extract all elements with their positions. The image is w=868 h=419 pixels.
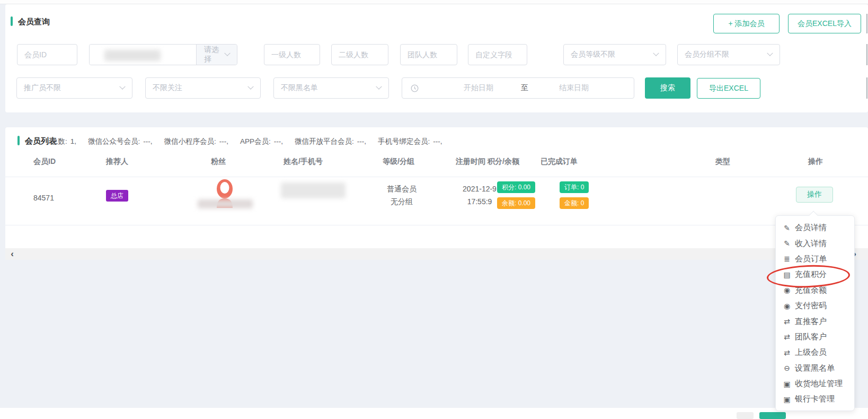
- menu-item-bank-card-management[interactable]: ▣银行卡管理: [776, 391, 854, 407]
- search-button[interactable]: 搜索: [645, 77, 690, 99]
- menu-item-label: 团队客户: [795, 332, 827, 342]
- date-range-picker[interactable]: 开始日期 至 结束日期: [402, 77, 634, 99]
- menu-item-income-detail[interactable]: ✎收入详情: [776, 235, 854, 251]
- table-header-level-group: 等级/分组: [383, 157, 414, 167]
- header-divider: [5, 177, 868, 177]
- stat-value: ---,: [433, 137, 442, 145]
- keyword-type-value: 请选择: [204, 45, 225, 64]
- truck-icon: ▣: [782, 395, 792, 404]
- menu-item-member-detail[interactable]: ✎会员详情: [776, 220, 854, 235]
- stat-value: ---,: [219, 137, 228, 145]
- query-panel: 会员查询 + 添加会员 会员EXCEL导入 请选择 会员等级不限 会员分组不限 …: [5, 4, 868, 112]
- blacklist-value: 不限黑名单: [281, 83, 318, 93]
- menu-item-address-management[interactable]: ▣收货地址管理: [776, 376, 854, 391]
- group-text: 无分组: [370, 197, 433, 207]
- member-group-select[interactable]: 会员分组不限: [677, 44, 780, 65]
- table-header-name-phone: 姓名/手机号: [284, 157, 323, 167]
- balance-badge: 余额: 0.00: [497, 197, 535, 209]
- query-panel-title: 会员查询: [18, 17, 50, 27]
- menu-item-label: 银行卡管理: [795, 394, 835, 404]
- transfer-icon: ⇄: [782, 333, 792, 341]
- orders-badge: 订单: 0: [560, 181, 589, 193]
- excel-import-button[interactable]: 会员EXCEL导入: [788, 14, 861, 33]
- menu-item-team-customers[interactable]: ⇄团队客户: [776, 329, 854, 345]
- level2-count-input[interactable]: [331, 44, 388, 65]
- export-excel-button[interactable]: 导出EXCEL: [697, 78, 760, 99]
- table-header-orders: 已完成订单: [541, 157, 578, 167]
- chevron-down-icon: [653, 50, 659, 56]
- menu-item-pay-password[interactable]: ◉支付密码: [776, 298, 854, 313]
- partial-green-button[interactable]: [759, 412, 786, 419]
- date-end-placeholder: 结束日期: [559, 83, 589, 93]
- table-header-referrer: 推荐人: [106, 157, 128, 167]
- clock-icon: [411, 84, 419, 92]
- money-icon: ◉: [782, 302, 792, 310]
- promoter-select[interactable]: 推广员不限: [16, 77, 132, 99]
- edit-icon: ✎: [782, 239, 792, 248]
- stat-value: 1,: [70, 137, 76, 145]
- section-accent-bar: [17, 136, 20, 145]
- member-level-select[interactable]: 会员等级不限: [563, 44, 666, 65]
- promoter-value: 推广员不限: [24, 83, 61, 93]
- add-member-button[interactable]: + 添加会员: [713, 14, 780, 33]
- menu-item-direct-customers[interactable]: ⇄直推客户: [776, 313, 854, 329]
- stat-label: 微信公众号会员:: [88, 137, 140, 145]
- menu-item-label: 收入详情: [795, 239, 827, 249]
- redacted-fans-name-blur: [198, 199, 253, 208]
- member-group-value: 会员分组不限: [685, 50, 729, 59]
- redacted-keyword-blur: [104, 50, 161, 61]
- page-top-divider: [0, 0, 868, 4]
- menu-item-label: 支付密码: [795, 301, 827, 311]
- follow-select[interactable]: 不限关注: [145, 77, 261, 99]
- member-list-panel: 会员列表 总数:1, 微信公众号会员:---, 微信小程序会员:---, APP…: [5, 127, 868, 260]
- row-action-button[interactable]: 操作: [796, 187, 833, 203]
- follow-value: 不限关注: [153, 83, 182, 93]
- menu-item-member-orders[interactable]: ≣会员订单: [776, 251, 854, 267]
- table-header-fans: 粉丝: [211, 157, 226, 167]
- row-divider: [5, 225, 868, 225]
- stat-label: 手机号绑定会员:: [378, 137, 430, 145]
- chevron-down-icon: [247, 84, 253, 90]
- stat-label: 微信开放平台会员:: [295, 137, 354, 145]
- redacted-name-phone-blur: [281, 182, 346, 198]
- table-header-type: 类型: [715, 157, 730, 167]
- menu-item-upline-member[interactable]: ⇄上级会员: [776, 345, 854, 360]
- section-accent-bar: [11, 16, 13, 26]
- keyword-type-select[interactable]: 请选择: [196, 45, 237, 65]
- member-level-value: 会员等级不限: [571, 50, 615, 59]
- money-icon: ◉: [782, 286, 792, 294]
- table-header-member-id: 会员ID: [33, 157, 56, 167]
- member-stats: 总数:1, 微信公众号会员:---, 微信小程序会员:---, APP会员:--…: [51, 137, 454, 146]
- stat-value: ---,: [274, 137, 283, 145]
- points-badge: 积分: 0.00: [497, 181, 535, 193]
- menu-item-label: 设置黑名单: [795, 363, 835, 373]
- list-icon: ≣: [782, 255, 792, 263]
- team-count-input[interactable]: [400, 44, 457, 65]
- date-to-label: 至: [521, 83, 528, 93]
- stat-value: ---,: [143, 137, 152, 145]
- chevron-down-icon: [119, 84, 125, 90]
- member-id-input[interactable]: [17, 44, 77, 65]
- custom-field-input[interactable]: [468, 44, 527, 65]
- chevron-down-icon: [767, 50, 773, 56]
- horizontal-scrollbar[interactable]: ‹ ›: [5, 248, 868, 260]
- truck-icon: ▣: [782, 380, 792, 388]
- transfer-icon: ⇄: [782, 348, 792, 357]
- level1-count-input[interactable]: [264, 44, 320, 65]
- date-start-placeholder: 开始日期: [464, 83, 493, 93]
- menu-item-label: 会员详情: [795, 223, 827, 233]
- amount-badge: 金额: 0: [560, 197, 589, 209]
- referrer-badge: 总店: [106, 190, 128, 202]
- table-header-points: 积分/余额: [488, 157, 519, 167]
- stat-label: 总数:: [51, 137, 67, 145]
- clipped-content-edge: [866, 44, 867, 65]
- table-header-action: 操作: [808, 157, 823, 167]
- clipped-content-edge: [866, 14, 867, 33]
- blacklist-select[interactable]: 不限黑名单: [273, 77, 389, 99]
- partial-grey-button[interactable]: [737, 412, 754, 419]
- stat-value: ---,: [357, 137, 366, 145]
- action-dropdown-menu: ✎会员详情 ✎收入详情 ≣会员订单 ▤充值积分 ◉充值余额 ◉支付密码 ⇄直推客…: [775, 215, 855, 411]
- menu-item-set-blacklist[interactable]: ⊖设置黑名单: [776, 361, 854, 376]
- edit-icon: ✎: [782, 224, 792, 232]
- scroll-left-icon[interactable]: ‹: [8, 249, 16, 259]
